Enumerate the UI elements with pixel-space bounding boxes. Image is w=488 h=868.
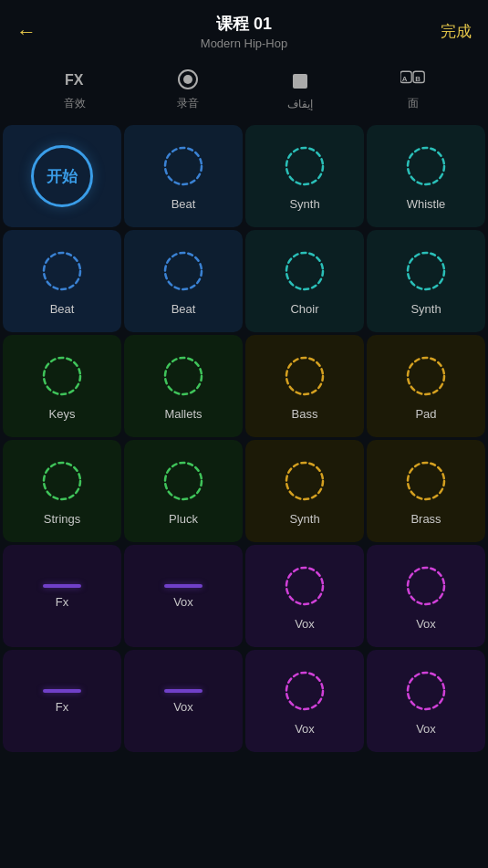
record-label: 录音 <box>177 96 199 111</box>
ab-icon: A B <box>400 67 426 92</box>
cell-fx2[interactable]: Fx <box>3 650 121 752</box>
synth3-label: Synth <box>289 512 319 526</box>
cell-bass[interactable]: Bass <box>245 335 364 437</box>
cell-beat3[interactable]: Beat <box>124 230 243 332</box>
cell-vox5[interactable]: Vox <box>245 650 364 752</box>
cell-vox6[interactable]: Vox <box>367 650 485 752</box>
beat3-label: Beat <box>171 302 196 316</box>
ab-label: 面 <box>408 96 419 111</box>
toolbar: FX 音效 录音 إيقاف A B <box>0 59 488 122</box>
cell-choir[interactable]: Choir <box>245 230 364 332</box>
cell-vox3[interactable]: Vox <box>367 545 485 647</box>
beat2-label: Beat <box>50 302 75 316</box>
cell-pad[interactable]: Pad <box>367 335 485 437</box>
synth1-label: Synth <box>289 197 319 211</box>
svg-point-17 <box>286 358 323 394</box>
fx-icon: FX <box>62 67 88 92</box>
cell-synth2[interactable]: Synth <box>367 230 485 332</box>
beat3-icon <box>160 247 207 295</box>
svg-point-24 <box>408 568 444 604</box>
cell-pluck[interactable]: Pluck <box>124 440 243 542</box>
svg-text:FX: FX <box>65 72 84 88</box>
svg-point-16 <box>165 358 202 394</box>
cell-beat2[interactable]: Beat <box>3 230 121 332</box>
mallets-label: Mallets <box>164 407 202 421</box>
vox6-icon <box>402 667 450 715</box>
fx2-icon <box>43 689 81 693</box>
cell-mallets[interactable]: Mallets <box>124 335 243 437</box>
beat1-label: Beat <box>171 197 196 211</box>
fx1-label: Fx <box>56 595 68 609</box>
svg-point-14 <box>408 253 444 289</box>
cell-beat1[interactable]: Beat <box>124 125 243 227</box>
vox5-icon <box>281 667 328 715</box>
cell-synth1[interactable]: Synth <box>245 125 364 227</box>
synth2-icon <box>402 247 450 295</box>
vox3-icon <box>402 562 450 610</box>
start-circle: 开始 <box>31 145 93 207</box>
svg-text:A: A <box>402 75 408 83</box>
fx2-label: Fx <box>56 700 68 714</box>
choir-icon <box>281 247 328 295</box>
svg-point-9 <box>286 148 323 184</box>
toolbar-item-stop[interactable]: إيقاف <box>287 68 313 110</box>
fx1-icon <box>43 584 81 588</box>
brass-icon <box>402 457 450 505</box>
svg-point-8 <box>165 148 202 184</box>
done-button[interactable]: 完成 <box>439 21 472 42</box>
cell-brass[interactable]: Brass <box>367 440 485 542</box>
keys-icon <box>38 352 86 400</box>
svg-point-11 <box>44 253 80 289</box>
pluck-label: Pluck <box>169 512 198 526</box>
header: ← 课程 01 Modern Hip-Hop 完成 <box>0 0 488 59</box>
svg-point-15 <box>44 358 80 394</box>
header-title-block: 课程 01 Modern Hip-Hop <box>201 13 287 50</box>
whistle-icon <box>402 142 450 190</box>
svg-point-26 <box>408 673 444 709</box>
svg-point-21 <box>286 463 323 499</box>
svg-point-25 <box>286 673 323 709</box>
vox3-label: Vox <box>416 617 436 631</box>
synth3-icon <box>281 457 328 505</box>
strings-label: Strings <box>44 512 80 526</box>
toolbar-item-ab[interactable]: A B 面 <box>400 67 426 111</box>
vox1-label: Vox <box>173 595 193 609</box>
cell-start[interactable]: 开始 <box>3 125 121 227</box>
cell-keys[interactable]: Keys <box>3 335 121 437</box>
pluck-icon <box>160 457 207 505</box>
svg-point-20 <box>165 463 202 499</box>
vox2-label: Vox <box>295 617 315 631</box>
strings-icon <box>38 457 86 505</box>
back-button[interactable]: ← <box>16 20 49 44</box>
cell-synth3[interactable]: Synth <box>245 440 364 542</box>
cell-vox4[interactable]: Vox <box>124 650 243 752</box>
pad-icon <box>402 352 450 400</box>
toolbar-item-record[interactable]: 录音 <box>175 67 201 111</box>
svg-point-13 <box>286 253 323 289</box>
svg-point-10 <box>408 148 444 184</box>
beat1-icon <box>160 142 207 190</box>
cell-vox2[interactable]: Vox <box>245 545 364 647</box>
vox5-label: Vox <box>295 722 315 736</box>
vox1-icon <box>164 584 202 588</box>
keys-label: Keys <box>49 407 76 421</box>
svg-point-19 <box>44 463 80 499</box>
stop-icon <box>287 68 313 94</box>
svg-point-2 <box>183 75 192 84</box>
instrument-grid: 开始BeatSynthWhistleBeatBeatChoirSynthKeys… <box>0 122 488 755</box>
toolbar-item-fx[interactable]: FX 音效 <box>62 67 88 111</box>
record-icon <box>175 67 201 92</box>
svg-point-22 <box>408 463 444 499</box>
vox6-label: Vox <box>416 722 436 736</box>
lesson-subtitle: Modern Hip-Hop <box>201 37 287 50</box>
svg-rect-3 <box>293 74 307 89</box>
cell-strings[interactable]: Strings <box>3 440 121 542</box>
cell-whistle[interactable]: Whistle <box>367 125 485 227</box>
pad-label: Pad <box>415 407 436 421</box>
cell-vox1[interactable]: Vox <box>124 545 243 647</box>
mallets-icon <box>160 352 207 400</box>
svg-point-23 <box>286 568 323 604</box>
beat2-icon <box>38 247 86 295</box>
cell-fx1[interactable]: Fx <box>3 545 121 647</box>
bass-label: Bass <box>292 407 318 421</box>
